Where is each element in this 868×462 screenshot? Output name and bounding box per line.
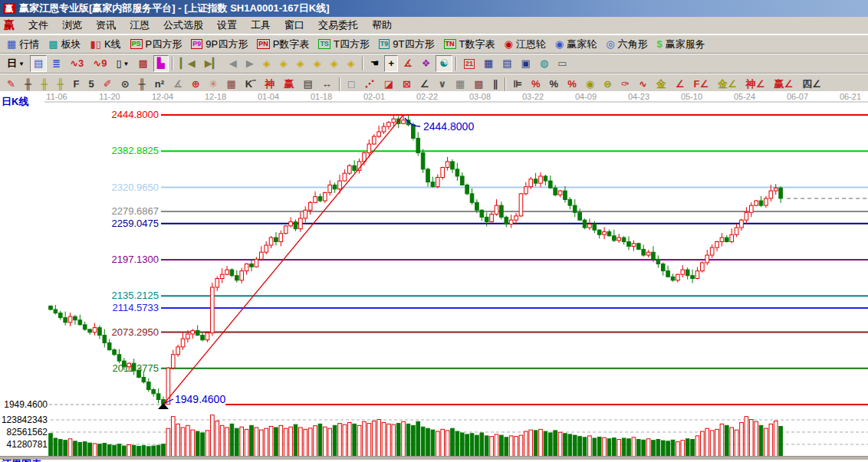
winner-wheel-button[interactable]: ◉赢家轮 xyxy=(551,36,600,53)
zigzag-tool[interactable]: ∨ xyxy=(435,76,451,93)
9p-square-button[interactable]: P99P四方形 xyxy=(187,36,252,53)
gold-line-tool[interactable]: ⊜ xyxy=(600,76,616,93)
angle-lines-tool[interactable]: ∠ xyxy=(416,76,433,93)
gann-star-tool[interactable]: ✳ xyxy=(205,76,222,93)
f-fence-tool[interactable]: F xyxy=(70,76,84,93)
color-bars-button[interactable]: ▙ xyxy=(153,55,169,72)
si-angle-tool[interactable]: 四∠ xyxy=(798,76,825,93)
menu-item-6[interactable]: 工具 xyxy=(244,17,278,34)
gann-circle-tool[interactable]: ⊕ xyxy=(188,76,204,93)
fence-tool[interactable]: ╫ xyxy=(135,76,150,93)
hand-tool-button[interactable]: ☚ xyxy=(367,55,383,72)
shen-angle-tool[interactable]: 神∠ xyxy=(742,76,769,93)
shen-fence-tool[interactable]: 神 xyxy=(261,76,279,93)
calendar-button[interactable]: 21 xyxy=(460,55,478,72)
candle-style-button-dropdown-icon[interactable]: ▼ xyxy=(123,61,130,67)
9t-square-button[interactable]: T99T四方形 xyxy=(375,36,439,53)
gann-brain-button[interactable]: ☯ xyxy=(436,55,452,72)
diamond-cross-button[interactable]: ◈ xyxy=(344,55,359,72)
grid2-tool[interactable]: ▩ xyxy=(470,76,487,93)
gold-angle-tool[interactable]: 金∠ xyxy=(714,76,741,93)
period-day-button-dropdown-icon[interactable]: ▼ xyxy=(18,61,25,67)
ying-fence-tool[interactable]: 赢 xyxy=(281,76,298,93)
calculator-button[interactable]: ▦ xyxy=(480,55,497,72)
gann-style-button[interactable]: ▩ xyxy=(134,55,151,72)
info-button[interactable]: ≣ xyxy=(48,55,64,72)
f-angle-tool[interactable]: F∠ xyxy=(689,76,712,93)
period-day-button[interactable]: 日▼ xyxy=(3,55,28,72)
n-square-tool[interactable]: n² xyxy=(151,76,168,93)
menu-item-2[interactable]: 资讯 xyxy=(89,17,123,34)
winner-service-button[interactable]: $赢家服务 xyxy=(653,36,709,53)
width-measure-tool[interactable]: ↔ xyxy=(318,76,336,93)
fan-box-tool[interactable]: ◪ xyxy=(380,76,397,93)
ying-angle-tool[interactable]: 赢∠ xyxy=(770,76,797,93)
spiral-fence-tool[interactable]: 5 xyxy=(85,76,98,93)
menu-item-3[interactable]: 江恩 xyxy=(123,17,156,34)
angle-red-tool[interactable]: ∠ xyxy=(672,76,689,93)
angle-measure-button[interactable]: ∡ xyxy=(399,55,416,72)
gold-fence2-tool[interactable]: ╫ xyxy=(53,76,67,93)
t-table-button[interactable]: TNT数字表 xyxy=(440,36,499,53)
kline-button[interactable]: ▮▯K线 xyxy=(87,36,125,53)
menu-item-7[interactable]: 窗口 xyxy=(278,17,311,34)
levels-tool[interactable]: ⊫ xyxy=(509,76,526,93)
gold-fence-tool[interactable]: ╫ xyxy=(37,76,51,93)
main-chart-button[interactable]: ▤ xyxy=(30,55,47,72)
wave9-button[interactable]: ∿9 xyxy=(89,55,110,72)
ruler-123-tool[interactable]: ▤ xyxy=(300,76,317,93)
kline-chart-canvas[interactable]: 11-0611-2012-0412-1801-0401-1802-0102-22… xyxy=(0,91,868,457)
hexagon-button[interactable]: ◎六角形 xyxy=(602,36,651,53)
grid-tool[interactable]: ▦ xyxy=(452,76,469,93)
gann-wheel-button[interactable]: ◉江恩轮 xyxy=(500,36,549,53)
bottom-tab-label[interactable]: 江恩图表 xyxy=(2,459,170,462)
save-button[interactable]: ▣ xyxy=(518,55,534,72)
gold-circle-tool[interactable]: ◉ xyxy=(582,76,598,93)
menu-item-1[interactable]: 浏览 xyxy=(55,17,89,34)
diamond-x-button[interactable]: ◈ xyxy=(310,55,325,72)
angle-ruler-tool[interactable]: ∡ xyxy=(169,76,186,93)
diamond-left-button[interactable]: ◈ xyxy=(259,55,275,72)
next-page-button[interactable]: ▶ xyxy=(242,55,258,72)
prev-page-button[interactable]: ◀ xyxy=(225,55,241,72)
print-button[interactable]: ▭ xyxy=(554,55,570,72)
p-table-button[interactable]: PNP数字表 xyxy=(253,36,313,53)
pen-tool[interactable]: ✎ xyxy=(3,76,19,93)
wave-ab-tool[interactable]: ∿ xyxy=(635,76,651,93)
menu-item-5[interactable]: 设置 xyxy=(210,17,244,34)
last-page-button[interactable]: ▶▎ xyxy=(201,55,224,72)
diamond-right-button[interactable]: ◈ xyxy=(276,55,291,72)
menu-item-4[interactable]: 公式选股 xyxy=(156,17,210,34)
parallel-lines-tool[interactable]: ∥ xyxy=(489,76,502,93)
knife-tool[interactable]: ✐ xyxy=(100,76,116,93)
gann-shape-button[interactable]: ❖ xyxy=(418,55,435,72)
first-page-button[interactable]: ▎◀ xyxy=(176,55,199,72)
menu-item-0[interactable]: 文件 xyxy=(21,17,55,34)
t-square-button[interactable]: TST四方形 xyxy=(314,36,373,53)
fan-lines-tool[interactable]: ⋰ xyxy=(361,76,379,93)
percent-tool[interactable]: % xyxy=(546,76,563,93)
gann-grid-box-tool[interactable]: ▦ xyxy=(223,76,240,93)
sectors-button[interactable]: ▩板块 xyxy=(44,36,84,53)
diamond-h-button[interactable]: ◈ xyxy=(293,55,308,72)
gold-hline-tool[interactable]: 金 xyxy=(653,76,670,93)
brush-tool[interactable]: ✑ xyxy=(617,76,633,93)
crosshair-button[interactable]: + xyxy=(384,55,398,72)
candle-style-button[interactable]: ▯▼ xyxy=(112,55,133,72)
web-button[interactable]: ◍ xyxy=(536,55,552,72)
menu-item-8[interactable]: 交易委托 xyxy=(311,17,365,34)
box-tool[interactable]: ◻ xyxy=(344,76,360,93)
diamond-v-button[interactable]: ◈ xyxy=(327,55,342,72)
time-cycle-tool[interactable]: ⊙ xyxy=(117,76,133,93)
price-fence-tool[interactable]: ╫ xyxy=(21,76,35,93)
p-square-button[interactable]: PSP四方形 xyxy=(127,36,186,53)
percent-line-tool[interactable]: % xyxy=(564,76,580,93)
quotes-button[interactable]: ▦行情 xyxy=(3,36,43,53)
k-count-tool[interactable]: K˝ xyxy=(242,76,260,93)
menu-item-9[interactable]: 帮助 xyxy=(365,17,399,34)
notepad-button[interactable]: ▤ xyxy=(498,55,515,72)
percent-retrace-tool[interactable]: % xyxy=(528,76,544,93)
kline-chart-panel[interactable]: 日K线 11-0611-2012-0412-1801-0401-1802-010… xyxy=(0,91,868,457)
box-lines-tool[interactable]: ⊠ xyxy=(399,76,415,93)
wave3-button[interactable]: ∿3 xyxy=(66,55,87,72)
